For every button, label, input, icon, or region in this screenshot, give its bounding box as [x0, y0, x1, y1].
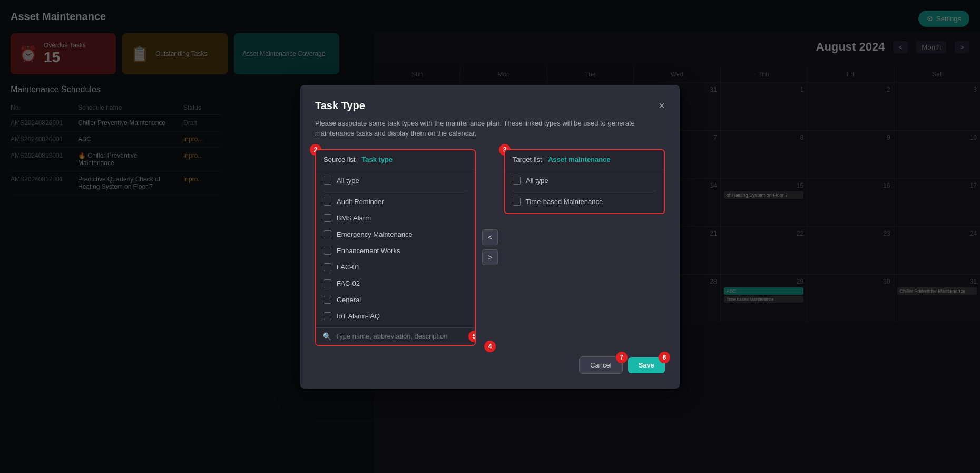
source-list-item-fac02[interactable]: FAC-02: [316, 275, 475, 292]
checkbox-alltype[interactable]: [324, 177, 331, 185]
source-item-label: FAC-02: [337, 279, 360, 287]
target-list-subtitle: Asset maintenance: [548, 156, 611, 163]
source-list-title: Source list -: [324, 156, 361, 163]
source-list-item-fac01[interactable]: FAC-01: [316, 259, 475, 275]
modal-header: Task Type ×: [315, 100, 665, 112]
source-list-header: Source list - Task type: [316, 150, 475, 169]
checkbox-general[interactable]: [324, 296, 331, 304]
checkbox-fac01[interactable]: [324, 263, 331, 271]
badge-7: 7: [616, 352, 628, 363]
modal-description: Please associate some task types with th…: [315, 118, 665, 139]
source-item-label: Enhancement Works: [337, 247, 400, 255]
target-list-box: Target list - Asset maintenance All type…: [504, 149, 665, 214]
source-list-item-emergency[interactable]: Emergency Maintenance: [316, 226, 475, 243]
target-list-items: All type Time-based Maintenance: [505, 169, 664, 213]
transfer-buttons: < > 4: [482, 149, 498, 346]
task-type-modal: Task Type × Please associate some task t…: [300, 85, 680, 389]
source-list-item-general[interactable]: General: [316, 292, 475, 308]
checkbox-iot[interactable]: [324, 312, 331, 320]
badge-4: 4: [484, 341, 496, 352]
checkbox-emergency[interactable]: [324, 230, 331, 238]
source-item-label: All type: [337, 177, 359, 185]
source-list-box: Source list - Task type All type Audit R…: [315, 149, 476, 346]
list-separator: [324, 191, 467, 191]
modal-footer: Cancel 7 Save 6: [315, 356, 665, 374]
transfer-left-button[interactable]: <: [482, 229, 498, 245]
checkbox-audit[interactable]: [324, 198, 331, 206]
target-list-item-alltype[interactable]: All type: [505, 172, 664, 189]
source-item-label: IoT Alarm-IAQ: [337, 312, 380, 320]
modal-title: Task Type: [315, 100, 365, 112]
source-list-subtitle: Task type: [361, 156, 393, 163]
source-item-label: BMS Alarm: [337, 214, 371, 222]
source-search-input[interactable]: [336, 332, 468, 340]
source-list-item-bms[interactable]: BMS Alarm: [316, 210, 475, 226]
transfer-right-button[interactable]: >: [482, 249, 498, 265]
modal-body: 2 Source list - Task type All type Audit…: [315, 149, 665, 346]
source-item-label: General: [337, 296, 361, 304]
source-item-label: Emergency Maintenance: [337, 230, 413, 238]
badge-6: 6: [659, 352, 670, 363]
target-list-item-timebased[interactable]: Time-based Maintenance: [505, 194, 664, 210]
target-list-title: Target list -: [513, 156, 548, 163]
source-item-label: Audit Reminder: [337, 198, 384, 206]
source-list-item-alltype[interactable]: All type: [316, 172, 475, 189]
target-list-wrapper: 3 Target list - Asset maintenance All ty…: [504, 149, 665, 346]
target-list-header: Target list - Asset maintenance: [505, 150, 664, 169]
modal-close-button[interactable]: ×: [659, 100, 665, 111]
search-icon: 🔍: [322, 332, 331, 341]
source-item-label: FAC-01: [337, 263, 360, 271]
source-list-item-iot[interactable]: IoT Alarm-IAQ: [316, 308, 475, 324]
cancel-button[interactable]: Cancel 7: [579, 356, 622, 374]
source-list-wrapper: 2 Source list - Task type All type Audit…: [315, 149, 476, 346]
checkbox-enhancement[interactable]: [324, 247, 331, 255]
checkbox-target-alltype[interactable]: [513, 177, 521, 185]
checkbox-bms[interactable]: [324, 214, 331, 222]
target-item-label: Time-based Maintenance: [526, 198, 603, 206]
checkbox-fac02[interactable]: [324, 279, 331, 287]
save-button[interactable]: Save 6: [628, 357, 665, 373]
source-list-items: All type Audit Reminder BMS Alarm Emerge…: [316, 169, 475, 327]
source-list-item-enhancement[interactable]: Enhancement Works: [316, 243, 475, 259]
source-list-item-audit[interactable]: Audit Reminder: [316, 194, 475, 210]
target-item-label: All type: [526, 177, 548, 185]
badge-5: 5: [468, 331, 476, 342]
checkbox-timebased[interactable]: [513, 198, 521, 206]
list-separator: [513, 191, 656, 191]
source-list-search: 🔍 5: [316, 327, 475, 345]
